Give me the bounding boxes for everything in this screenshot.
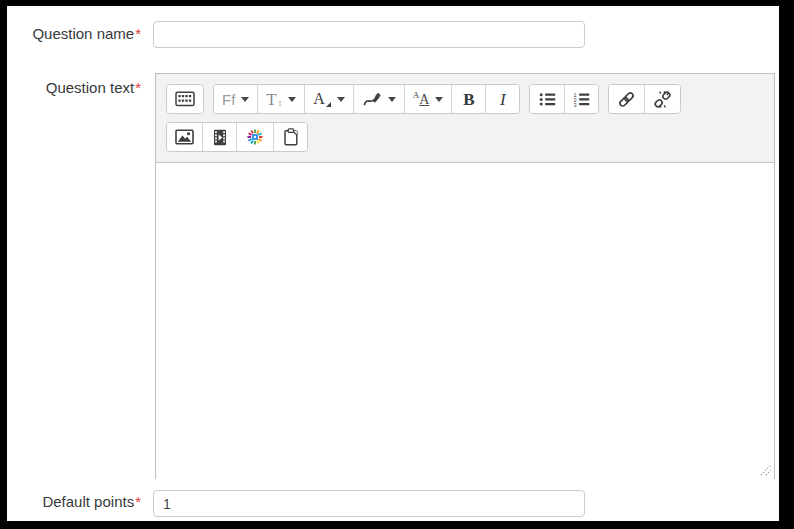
color-swatch-corner-icon [326, 102, 331, 107]
question-text-label: Question text* [7, 79, 141, 96]
highlight-color-dropdown[interactable] [353, 85, 404, 113]
bullet-list-icon [539, 92, 556, 107]
default-points-input[interactable] [153, 490, 585, 517]
editor-resize-handle[interactable] [759, 463, 772, 476]
insert-h5p-button[interactable] [236, 123, 273, 151]
highlighter-brush-icon [362, 92, 382, 107]
superscript-subscript-dropdown[interactable]: AA [404, 85, 452, 113]
default-points-label-text: Default points [42, 493, 134, 510]
bold-icon: B [463, 91, 474, 108]
font-color-icon: A [313, 91, 325, 107]
question-name-label: Question name* [7, 25, 141, 42]
italic-icon: I [500, 91, 506, 108]
media-filmstrip-icon [212, 129, 228, 146]
form-page: Question name* Question text* [7, 6, 779, 521]
chevron-down-icon [388, 97, 396, 102]
required-marker: * [134, 25, 141, 42]
default-points-label: Default points* [7, 493, 141, 510]
insert-link-button[interactable] [609, 85, 644, 113]
image-icon [175, 129, 194, 145]
font-color-dropdown[interactable]: A [304, 85, 353, 113]
chevron-down-icon [435, 97, 443, 102]
toolbar-group-links [608, 84, 681, 114]
unlink-button[interactable] [644, 85, 680, 113]
font-family-dropdown[interactable]: Ff [214, 85, 257, 113]
editor-toolbar: Ff T ↕ A [156, 74, 774, 163]
font-size-dropdown[interactable]: T ↕ [257, 85, 304, 113]
svg-text:3: 3 [574, 101, 577, 106]
chevron-down-icon [337, 97, 345, 102]
question-text-editor: Ff T ↕ A [155, 73, 775, 479]
chevron-down-icon [288, 97, 296, 102]
toolbar-group-media [166, 122, 308, 152]
toolbar-grid-icon [175, 91, 195, 107]
insert-image-button[interactable] [167, 123, 202, 151]
manage-files-button[interactable] [273, 123, 307, 151]
link-icon [617, 90, 636, 109]
font-size-icon: T [266, 91, 276, 108]
ordered-list-button[interactable]: 1 2 3 [564, 85, 598, 113]
question-text-label-text: Question text [46, 79, 134, 96]
question-name-input[interactable] [153, 21, 585, 48]
toolbar-group-lists: 1 2 3 [529, 84, 599, 114]
bold-button[interactable]: B [451, 85, 485, 113]
question-name-label-text: Question name [32, 25, 134, 42]
chevron-down-icon [241, 97, 249, 102]
font-size-arrows-icon: ↕ [278, 98, 283, 108]
toolbar-row-1: Ff T ↕ A [166, 84, 764, 114]
italic-button[interactable]: I [485, 85, 519, 113]
unordered-list-button[interactable] [530, 85, 564, 113]
superscript-subscript-icon: AA [413, 91, 430, 107]
numbered-list-icon: 1 2 3 [573, 92, 590, 107]
toolbar-group-fonts: Ff T ↕ A [213, 84, 520, 114]
unlink-icon [653, 90, 672, 109]
required-marker: * [134, 79, 141, 96]
font-family-icon: Ff [222, 91, 235, 108]
required-marker: * [134, 493, 141, 510]
editor-content-area[interactable] [156, 163, 774, 482]
insert-media-button[interactable] [202, 123, 236, 151]
show-more-buttons-button[interactable] [167, 85, 203, 113]
clipboard-icon [283, 128, 299, 146]
toolbar-group-collapse [166, 84, 204, 114]
colorful-starburst-icon [245, 127, 265, 147]
toolbar-row-2 [166, 122, 764, 152]
